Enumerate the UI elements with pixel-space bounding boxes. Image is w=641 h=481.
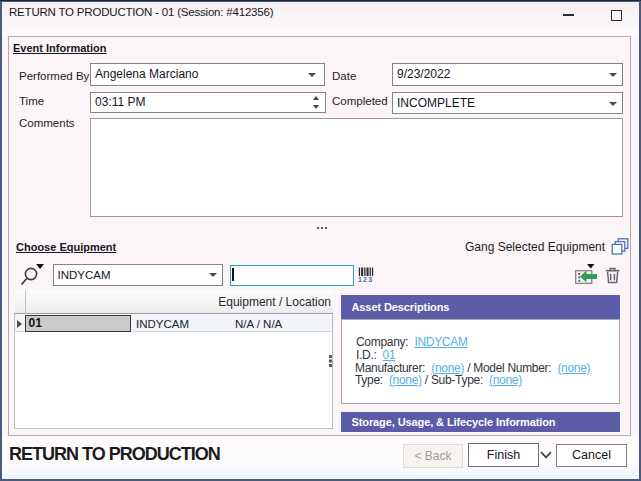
svg-text:123: 123: [358, 276, 373, 283]
